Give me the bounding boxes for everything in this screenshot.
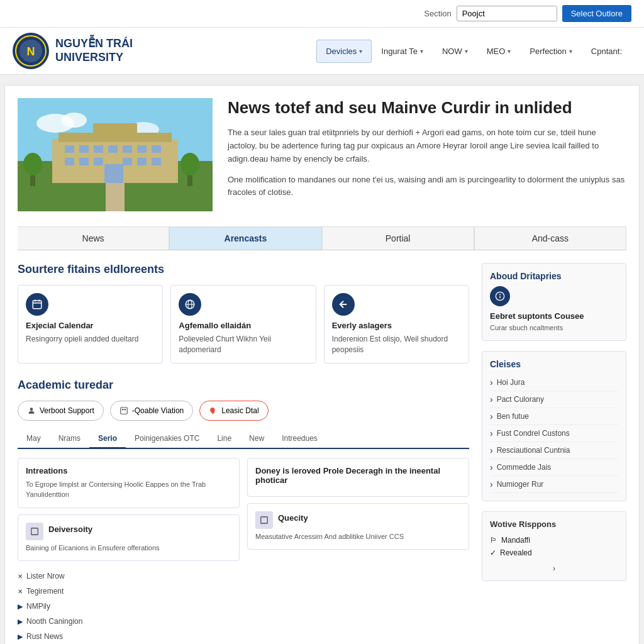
svg-rect-17 bbox=[152, 145, 161, 153]
feature-card-desc-0: Resingorry opieli andded dueltard bbox=[26, 334, 155, 345]
svg-rect-24 bbox=[104, 164, 123, 183]
svg-rect-18 bbox=[65, 158, 74, 165]
academic-item-doney: Doney is leroved Prole Deceragh in the i… bbox=[247, 458, 469, 497]
tab-news[interactable]: News bbox=[18, 226, 169, 250]
academic-item-deiversoity: Deiversoity Baining of Eicanions in Ensu… bbox=[18, 514, 240, 562]
academic-left-items: Intreations To Egrope limplst ar Conters… bbox=[18, 458, 240, 562]
class-item-5[interactable]: Commedde Jais bbox=[490, 459, 618, 476]
subtabs: May Nrams Serio Poinigenakies OTC Line N… bbox=[18, 430, 469, 449]
main-tabs: News Arencasts Portial And-cass bbox=[18, 226, 626, 250]
svg-rect-30 bbox=[33, 301, 42, 309]
svg-rect-43 bbox=[261, 516, 268, 523]
subtab-intreedues[interactable]: Intreedues bbox=[273, 430, 326, 448]
search-input[interactable] bbox=[457, 6, 557, 21]
box-icon bbox=[26, 523, 43, 540]
subtab-may[interactable]: May bbox=[18, 430, 50, 448]
subtab-new[interactable]: New bbox=[240, 430, 273, 448]
academic-item-title-r1: Quecity bbox=[278, 513, 308, 523]
academic-right-items: Doney is leroved Prole Deceragh in the i… bbox=[247, 458, 469, 562]
wotive-title: Wotive Risppons bbox=[490, 519, 618, 529]
hero-desc2: One molification to mandanes our none t'… bbox=[228, 174, 626, 200]
nav-now[interactable]: NOW ▾ bbox=[433, 40, 477, 63]
svg-rect-21 bbox=[123, 158, 132, 165]
svg-point-27 bbox=[23, 153, 42, 175]
svg-rect-19 bbox=[79, 158, 89, 165]
play-icon: ▶ bbox=[18, 618, 23, 626]
class-item-2[interactable]: Ben futue bbox=[490, 408, 618, 425]
tab-portial[interactable]: Portial bbox=[322, 226, 474, 250]
wotive-box: Wotive Risppons 🏳 Mandaffi ✓ Revealed › bbox=[482, 511, 626, 581]
tab-andcass[interactable]: And-cass bbox=[474, 226, 626, 250]
arrow-left-icon bbox=[332, 293, 355, 316]
nav-ingurat[interactable]: Ingurat Te ▾ bbox=[372, 40, 433, 63]
academic-item-desc-r1: Measutative Arcessim And adblitike Uniiv… bbox=[255, 531, 461, 542]
svg-rect-40 bbox=[122, 409, 123, 410]
feature-card-desc-1: Polieveled Churt Wikhn Yeii adpomeriard bbox=[179, 334, 308, 355]
svg-rect-23 bbox=[152, 158, 161, 165]
tab-arencasts[interactable]: Arencasts bbox=[169, 226, 321, 250]
logo-icon: N bbox=[13, 33, 49, 69]
class-item-0[interactable]: Hoi Jura bbox=[490, 374, 618, 391]
featured-title: Sourtere fitains eldloreents bbox=[18, 263, 469, 276]
subtab-poin[interactable]: Poinigenakies OTC bbox=[126, 430, 208, 448]
nav-devicles[interactable]: Devicles ▾ bbox=[316, 40, 372, 63]
class-item-4[interactable]: Resciautional Cuntnia bbox=[490, 442, 618, 459]
svg-point-38 bbox=[30, 408, 33, 411]
play-icon: ▶ bbox=[18, 633, 23, 641]
check-icon: ✓ bbox=[490, 548, 496, 557]
hero-title: News totef and seu Mainve Curdir in unli… bbox=[228, 98, 626, 118]
class-item-6[interactable]: Numioger Rur bbox=[490, 476, 618, 493]
verboot-support-button[interactable]: Verboot Support bbox=[18, 401, 104, 421]
navigation: Devicles ▾ Ingurat Te ▾ NOW ▾ MEO ▾ Perf… bbox=[316, 40, 631, 63]
academic-item-desc-1: Baining of Eicanions in Ensufere offerat… bbox=[26, 543, 231, 553]
feature-cards: Exjecial Calendar Resingorry opieli andd… bbox=[18, 285, 469, 364]
about-card-title: Eebret suptonts Cousee bbox=[490, 311, 618, 321]
svg-rect-15 bbox=[123, 145, 132, 153]
university-name: NGUYỄN TRÁI UNIVERSITY bbox=[55, 37, 133, 64]
svg-rect-39 bbox=[120, 407, 127, 414]
news-item-1: ✕Tegirement bbox=[18, 584, 469, 599]
chevron-down-icon: ▾ bbox=[465, 48, 468, 55]
subtab-nrams[interactable]: Nrams bbox=[50, 430, 89, 448]
x-icon: ✕ bbox=[18, 573, 23, 580]
academic-two-panel: Intreations To Egrope limplst ar Conters… bbox=[18, 458, 469, 562]
right-sidebar: Aboud Dritapries Eebret suptonts Cousee … bbox=[482, 263, 626, 644]
svg-rect-14 bbox=[108, 145, 118, 153]
nav-meo[interactable]: MEO ▾ bbox=[477, 40, 521, 63]
leasic-dtal-button[interactable]: Leasic Dtal bbox=[199, 401, 268, 421]
main-content: News totef and seu Mainve Curdir in unli… bbox=[4, 85, 640, 644]
svg-rect-20 bbox=[94, 158, 103, 165]
about-box: Aboud Dritapries Eebret suptonts Cousee … bbox=[482, 263, 626, 341]
left-column: Sourtere fitains eldloreents Exjecial Ca… bbox=[18, 263, 469, 644]
subtab-line[interactable]: Line bbox=[208, 430, 240, 448]
hero-section: News totef and seu Mainve Curdir in unli… bbox=[18, 98, 626, 211]
nav-perfection[interactable]: Perfection ▾ bbox=[520, 40, 582, 63]
two-column-layout: Sourtere fitains eldloreents Exjecial Ca… bbox=[18, 263, 626, 644]
svg-rect-41 bbox=[124, 409, 125, 410]
news-item-0: ✕Lister Nrow bbox=[18, 569, 469, 584]
class-item-1[interactable]: Pact Culorany bbox=[490, 391, 618, 408]
academic-item-desc-0: To Egrope limplst ar Contersing Hoolic E… bbox=[26, 479, 231, 500]
svg-rect-25 bbox=[106, 183, 125, 211]
academic-item-intreations: Intreations To Egrope limplst ar Conters… bbox=[18, 458, 240, 508]
wotive-item-1: ✓ Revealed bbox=[490, 547, 618, 559]
news-area: ✕Lister Nrow ✕Tegirement ▶NMPily ▶Nooth … bbox=[18, 569, 469, 644]
wotive-item-0: 🏳 Mandaffi bbox=[490, 534, 618, 547]
chevron-down-icon: ▾ bbox=[569, 48, 572, 55]
select-button[interactable]: Select Outlore bbox=[562, 5, 631, 22]
feature-card-title-1: Agfemallo ellaidán bbox=[179, 321, 308, 330]
academic-item-title-1: Deiversoity bbox=[48, 525, 92, 534]
subtab-serio[interactable]: Serio bbox=[89, 430, 126, 449]
chevron-down-icon: ▾ bbox=[420, 48, 423, 55]
qoable-viation-button[interactable]: -Qoable Viation bbox=[110, 401, 194, 421]
academic-item-title-0: Intreations bbox=[26, 466, 231, 475]
classes-list: Hoi Jura Pact Culorany Ben futue Fust Co… bbox=[490, 374, 618, 493]
svg-point-6 bbox=[62, 113, 87, 128]
nav-cpntant[interactable]: Cpntant: bbox=[582, 40, 631, 63]
hero-image bbox=[18, 98, 213, 211]
logo-area: N NGUYỄN TRÁI UNIVERSITY bbox=[13, 33, 133, 69]
feature-card-title-0: Exjecial Calendar bbox=[26, 321, 155, 330]
feature-card-0: Exjecial Calendar Resingorry opieli andd… bbox=[18, 285, 163, 364]
university-name-line1: NGUYỄN TRÁI bbox=[55, 37, 133, 51]
class-item-3[interactable]: Fust Condrel Custons bbox=[490, 425, 618, 442]
